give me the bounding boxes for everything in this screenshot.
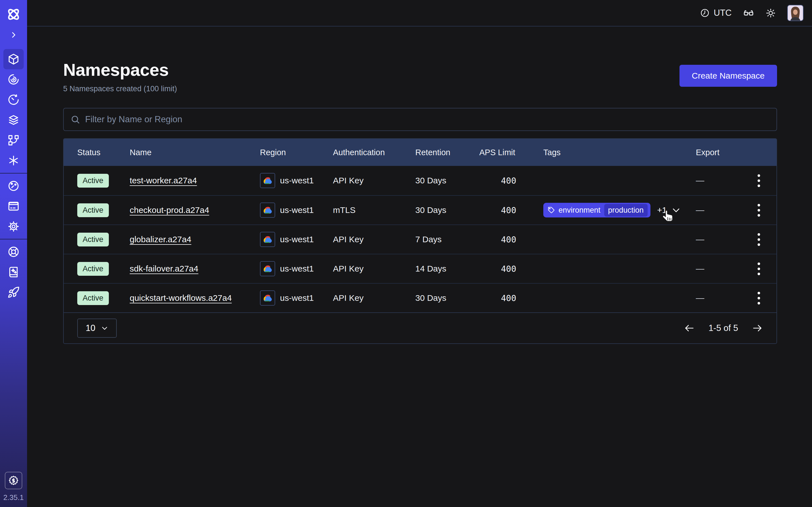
row-menu-button[interactable] (755, 172, 763, 190)
col-export: Export (689, 148, 753, 157)
retention-value: 14 Days (415, 264, 479, 274)
sidebar-item-support[interactable] (3, 242, 24, 262)
sidebar-item-settings[interactable] (3, 216, 24, 237)
region-label: us-west1 (280, 264, 314, 274)
sidebar-collapse-button[interactable] (3, 27, 24, 43)
table-header-row: Status Name Region Authentication Retent… (64, 139, 776, 166)
sidebar-item-usage[interactable] (3, 176, 24, 196)
sidebar-item-deployments[interactable] (3, 130, 24, 151)
user-avatar[interactable] (787, 5, 804, 21)
status-badge: Active (77, 203, 109, 217)
timezone-button[interactable]: UTC (700, 8, 732, 18)
namespace-link[interactable]: quickstart-workflows.a27a4 (130, 293, 232, 302)
region-label: us-west1 (280, 205, 314, 215)
billing-card-icon (7, 200, 20, 212)
deployments-branch-icon (7, 134, 20, 147)
tag-key: environment (559, 206, 601, 215)
pagination-range: 1-5 of 5 (709, 323, 738, 333)
usage-dollar-button[interactable] (5, 472, 22, 489)
topbar: UTC (27, 0, 812, 26)
labs-glasses-button[interactable] (743, 7, 754, 18)
namespaces-table: Status Name Region Authentication Retent… (63, 138, 777, 344)
table-row: Active checkout-prod.a27a4 us-west1 mTLS… (64, 195, 776, 224)
namespace-link[interactable]: sdk-failover.a27a4 (130, 264, 199, 273)
sidebar-item-stack[interactable] (3, 110, 24, 130)
page-subtitle: 5 Namespaces created (100 limit) (63, 84, 177, 93)
app-version: 2.35.1 (3, 493, 24, 502)
aps-limit-value: 400 (479, 176, 516, 186)
row-menu-button[interactable] (755, 201, 763, 219)
status-badge: Active (77, 233, 109, 246)
page-title: Namespaces (63, 59, 177, 80)
sun-icon (765, 8, 776, 18)
export-value: — (689, 293, 753, 303)
col-aps-limit: APS Limit (479, 148, 516, 157)
gcp-region-icon (260, 173, 275, 188)
retention-value: 7 Days (415, 235, 479, 244)
table-row: Active quickstart-workflows.a27a4 us-wes… (64, 283, 776, 313)
tags-more-button[interactable]: +1 (657, 205, 681, 215)
row-menu-button[interactable] (755, 230, 763, 249)
aps-limit-value: 400 (479, 235, 516, 244)
auth-value: API Key (333, 176, 415, 185)
row-menu-button[interactable] (755, 289, 763, 307)
main-content: Namespaces 5 Namespaces created (100 lim… (27, 59, 812, 344)
aps-limit-value: 400 (479, 264, 516, 274)
region-label: us-west1 (280, 176, 314, 185)
next-page-button[interactable] (752, 323, 763, 334)
retention-value: 30 Days (415, 205, 479, 215)
namespace-link[interactable]: globalizer.a27a4 (130, 235, 192, 244)
quickstart-rocket-icon (7, 286, 20, 298)
auth-value: mTLS (333, 205, 415, 215)
usage-gauge-icon (7, 180, 20, 192)
namespace-link[interactable]: checkout-prod.a27a4 (130, 205, 209, 215)
table-row: Active sdk-failover.a27a4 us-west1 API K… (64, 254, 776, 283)
sidebar-item-schedules[interactable] (3, 90, 24, 110)
prev-page-button[interactable] (684, 323, 695, 334)
sidebar-item-nexus[interactable] (3, 151, 24, 171)
status-badge: Active (77, 291, 109, 305)
sidebar: 2.35.1 (0, 0, 27, 507)
export-value: — (689, 235, 753, 244)
create-namespace-button[interactable]: Create Namespace (679, 65, 777, 87)
nexus-asterisk-icon (7, 154, 20, 167)
filter-input[interactable] (85, 114, 770, 124)
page-size-select[interactable]: 10 (77, 319, 117, 338)
sidebar-item-billing[interactable] (3, 196, 24, 216)
auth-value: API Key (333, 235, 415, 244)
search-icon (70, 115, 80, 124)
page-size-value: 10 (86, 323, 95, 333)
gcp-region-icon (260, 203, 275, 218)
chevron-down-icon (671, 205, 681, 215)
namespaces-cube-icon (7, 53, 20, 65)
sidebar-divider (0, 239, 27, 239)
table-row: Active globalizer.a27a4 us-west1 API Key… (64, 224, 776, 254)
export-value: — (689, 205, 753, 215)
gcp-region-icon (260, 232, 275, 247)
settings-gear-icon (7, 220, 20, 233)
status-badge: Active (77, 174, 109, 187)
row-menu-button[interactable] (755, 260, 763, 278)
col-name: Name (130, 148, 260, 157)
col-retention: Retention (415, 148, 479, 157)
sidebar-item-namespaces[interactable] (3, 49, 24, 69)
glasses-icon (743, 7, 754, 18)
tag-pill[interactable]: environment production (543, 203, 651, 217)
export-value: — (689, 264, 753, 274)
status-badge: Active (77, 262, 109, 276)
docs-book-icon (7, 266, 20, 278)
auth-value: API Key (333, 293, 415, 303)
aps-limit-value: 400 (479, 293, 516, 303)
sidebar-item-docs[interactable] (3, 262, 24, 282)
filter-searchbar (63, 108, 777, 131)
monitor-spiral-icon (7, 73, 20, 86)
sidebar-item-quickstart[interactable] (3, 282, 24, 302)
col-status: Status (77, 148, 130, 157)
region-label: us-west1 (280, 235, 314, 244)
namespace-link[interactable]: test-worker.a27a4 (130, 176, 197, 185)
gcp-region-icon (260, 261, 275, 276)
chevron-down-icon (101, 325, 108, 332)
sidebar-item-monitor[interactable] (3, 69, 24, 90)
theme-toggle-button[interactable] (765, 8, 776, 18)
col-region: Region (260, 148, 333, 157)
